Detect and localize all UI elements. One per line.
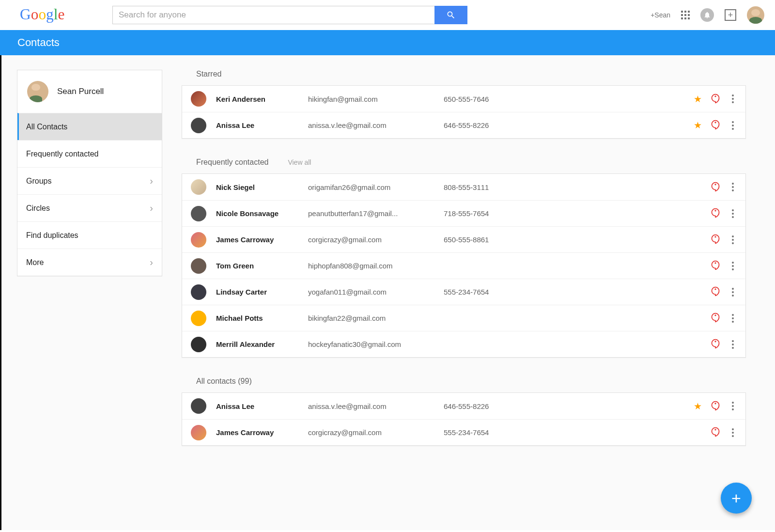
apps-grid-icon[interactable] <box>681 11 690 19</box>
more-menu-icon[interactable] <box>729 340 737 349</box>
sidebar-item-more[interactable]: More› <box>17 249 162 276</box>
contact-name: Lindsay Carter <box>216 288 308 296</box>
contact-avatar <box>191 232 206 248</box>
contact-email: anissa.v.lee@gmail.com <box>308 121 444 129</box>
contact-phone: 808-555-3111 <box>444 183 570 191</box>
contact-actions <box>711 182 737 193</box>
app-bar: Contacts <box>0 30 775 55</box>
contact-phone: 650-555-8861 <box>444 235 570 244</box>
star-icon[interactable]: ★ <box>694 120 702 131</box>
hangouts-button[interactable] <box>711 120 720 131</box>
sidebar-item-label: More <box>26 258 44 267</box>
contact-name: Anissa Lee <box>216 121 308 129</box>
hangouts-button[interactable] <box>711 260 720 271</box>
contact-row[interactable]: Anissa Leeanissa.v.lee@gmail.com646-555-… <box>182 393 745 419</box>
contact-actions: ★ <box>694 120 737 131</box>
contact-actions <box>711 234 737 245</box>
contact-phone: 555-234-7654 <box>444 288 570 296</box>
contact-phone: 646-555-8226 <box>444 402 570 410</box>
hangouts-button[interactable] <box>711 234 720 245</box>
add-contact-fab[interactable]: + <box>721 483 752 514</box>
contact-actions <box>711 286 737 297</box>
google-logo[interactable]: Google <box>7 5 84 25</box>
chevron-right-icon: › <box>150 175 153 187</box>
hangouts-icon <box>711 339 720 348</box>
more-menu-icon[interactable] <box>729 121 737 130</box>
sidebar-item-groups[interactable]: Groups› <box>17 167 162 194</box>
hangouts-icon <box>711 208 720 218</box>
hangouts-button[interactable] <box>711 313 720 324</box>
svg-point-11 <box>714 429 716 430</box>
contact-row[interactable]: Keri Andersenhikingfan@gmail.com650-555-… <box>182 86 745 112</box>
contact-row[interactable]: Michael Pottsbikingfan22@gmail.com <box>182 305 745 331</box>
hangouts-button[interactable] <box>711 401 720 412</box>
contact-row[interactable]: James Carrowaycorgicrazy@gmail.com650-55… <box>182 226 745 252</box>
contact-row[interactable]: Merrill Alexanderhockeyfanatic30@gmail.c… <box>182 331 745 357</box>
contact-avatar <box>191 258 206 274</box>
section-all: All contacts (99) Anissa Leeanissa.v.lee… <box>182 377 746 446</box>
svg-point-5 <box>714 236 716 237</box>
contact-name: Merrill Alexander <box>216 340 308 348</box>
contact-name: Tom Green <box>216 262 308 270</box>
more-menu-icon[interactable] <box>729 235 737 244</box>
contact-avatar <box>191 206 206 221</box>
contact-avatar <box>191 91 206 107</box>
svg-point-10 <box>714 403 716 404</box>
contact-email: corgicrazy@gmail.com <box>308 428 444 437</box>
contact-row[interactable]: Lindsay Carteryogafan011@gmail.com555-23… <box>182 279 745 305</box>
search-button[interactable] <box>434 6 467 24</box>
notifications-icon[interactable] <box>700 8 714 22</box>
bell-icon <box>703 11 711 19</box>
svg-point-1 <box>714 95 716 97</box>
more-menu-icon[interactable] <box>729 183 737 191</box>
more-menu-icon[interactable] <box>729 209 737 218</box>
hangouts-icon <box>711 182 720 191</box>
search-input[interactable] <box>112 6 434 24</box>
profile-name: Sean Purcell <box>57 87 104 96</box>
hangouts-icon <box>711 234 720 244</box>
contact-row[interactable]: James Carrowaycorgicrazy@gmail.com555-23… <box>182 419 745 445</box>
hangouts-button[interactable] <box>711 286 720 297</box>
plus-icon: + <box>731 489 741 508</box>
contact-row[interactable]: Anissa Leeanissa.v.lee@gmail.com646-555-… <box>182 112 745 138</box>
frequent-list: Nick Siegelorigamifan26@gmail.com808-555… <box>182 173 746 358</box>
section-title-frequent: Frequently contacted <box>196 158 268 167</box>
contact-name: James Carroway <box>216 428 308 437</box>
more-menu-icon[interactable] <box>729 314 737 323</box>
sidebar-item-label: Find duplicates <box>26 231 78 240</box>
star-icon[interactable]: ★ <box>694 401 702 412</box>
view-all-link[interactable]: View all <box>288 158 311 166</box>
svg-point-9 <box>714 341 716 342</box>
section-starred: Starred Keri Andersenhikingfan@gmail.com… <box>182 70 746 139</box>
hangouts-button[interactable] <box>711 427 720 438</box>
contact-row[interactable]: Tom Greenhiphopfan808@gmail.com <box>182 252 745 279</box>
svg-point-6 <box>714 262 716 264</box>
contact-email: origamifan26@gmail.com <box>308 183 444 191</box>
more-menu-icon[interactable] <box>729 428 737 437</box>
hangouts-button[interactable] <box>711 94 720 105</box>
contact-email: peanutbutterfan17@gmail... <box>308 209 444 218</box>
share-add-icon[interactable]: + <box>725 9 736 21</box>
profile-row[interactable]: Sean Purcell <box>17 70 162 113</box>
more-menu-icon[interactable] <box>729 402 737 410</box>
contact-avatar <box>191 284 206 300</box>
contact-avatar <box>191 337 206 352</box>
contact-actions: ★ <box>694 94 737 105</box>
contact-row[interactable]: Nick Siegelorigamifan26@gmail.com808-555… <box>182 174 745 200</box>
hangouts-button[interactable] <box>711 339 720 350</box>
contact-actions: ★ <box>694 401 737 412</box>
more-menu-icon[interactable] <box>729 288 737 297</box>
hangouts-icon <box>711 427 720 437</box>
star-icon[interactable]: ★ <box>694 94 702 105</box>
more-menu-icon[interactable] <box>729 94 737 103</box>
more-menu-icon[interactable] <box>729 262 737 270</box>
account-avatar[interactable] <box>747 6 764 24</box>
hangouts-button[interactable] <box>711 208 720 219</box>
sidebar-item-frequently-contacted[interactable]: Frequently contacted <box>17 140 162 167</box>
google-plus-link[interactable]: +Sean <box>651 11 670 19</box>
sidebar-item-circles[interactable]: Circles› <box>17 194 162 221</box>
sidebar-item-all-contacts[interactable]: All Contacts <box>17 113 162 140</box>
contact-row[interactable]: Nicole Bonsavagepeanutbutterfan17@gmail.… <box>182 200 745 226</box>
sidebar-item-find-duplicates[interactable]: Find duplicates <box>17 221 162 249</box>
hangouts-button[interactable] <box>711 182 720 193</box>
